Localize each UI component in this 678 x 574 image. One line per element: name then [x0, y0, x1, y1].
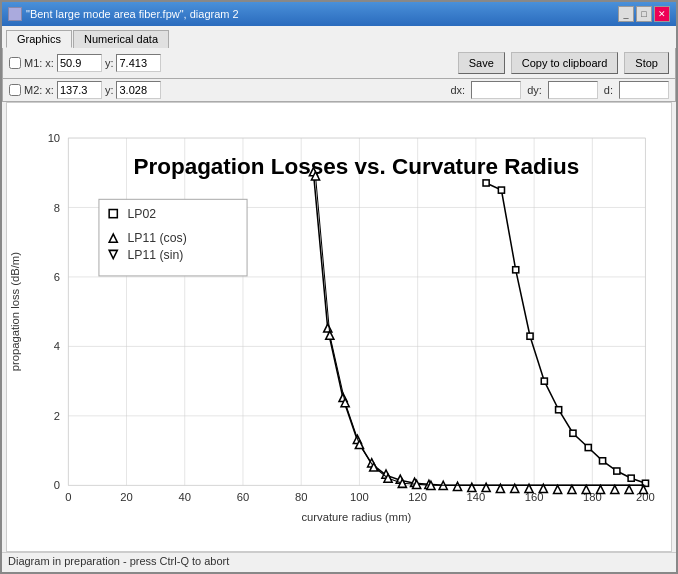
dx-field[interactable] [471, 81, 521, 99]
svg-rect-46 [599, 458, 605, 464]
tab-numerical-data[interactable]: Numerical data [73, 30, 169, 48]
dx-label: dx: [450, 84, 465, 96]
svg-text:140: 140 [467, 491, 486, 503]
svg-text:8: 8 [54, 202, 60, 214]
svg-text:80: 80 [295, 491, 307, 503]
m1-checkbox[interactable] [9, 57, 21, 69]
copy-button[interactable]: Copy to clipboard [511, 52, 619, 74]
maximize-button[interactable]: □ [636, 6, 652, 22]
svg-rect-40 [513, 267, 519, 273]
save-button[interactable]: Save [458, 52, 505, 74]
marker-m1-row: M1: x: y: [9, 54, 161, 72]
minimize-button[interactable]: _ [618, 6, 634, 22]
svg-marker-69 [582, 485, 590, 493]
svg-text:Propagation Losses vs. Curvatu: Propagation Losses vs. Curvature Radius [133, 154, 579, 179]
svg-text:60: 60 [237, 491, 249, 503]
svg-rect-38 [483, 180, 489, 186]
svg-text:10: 10 [48, 132, 60, 144]
svg-text:40: 40 [179, 491, 191, 503]
status-bar: Diagram in preparation - press Ctrl-Q to… [2, 552, 676, 572]
svg-marker-70 [596, 485, 604, 493]
title-bar-controls: _ □ ✕ [618, 6, 670, 22]
m1-y-label: y: [105, 57, 114, 69]
m2-checkbox[interactable] [9, 84, 21, 96]
svg-text:100: 100 [350, 491, 369, 503]
svg-text:6: 6 [54, 271, 60, 283]
dy-field[interactable] [548, 81, 598, 99]
dy-label: dy: [527, 84, 542, 96]
main-window: "Bent large mode area fiber.fpw", diagra… [0, 0, 678, 574]
marker-m2-row: M2: x: y: [9, 81, 161, 99]
svg-marker-71 [611, 485, 619, 493]
svg-rect-48 [628, 475, 634, 481]
svg-rect-84 [109, 210, 117, 218]
app-icon [8, 7, 22, 21]
d-field[interactable] [619, 81, 669, 99]
svg-marker-68 [568, 485, 576, 493]
m2-y-label: y: [105, 84, 114, 96]
svg-text:120: 120 [408, 491, 427, 503]
close-button[interactable]: ✕ [654, 6, 670, 22]
m1-label: M1: [24, 57, 42, 69]
m2-y-field[interactable] [116, 81, 161, 99]
svg-text:LP11 (cos): LP11 (cos) [128, 231, 187, 245]
chart-area[interactable]: 0 20 40 60 80 100 120 140 160 180 200 0 … [6, 102, 672, 552]
svg-rect-43 [556, 407, 562, 413]
svg-rect-45 [585, 444, 591, 450]
svg-text:2: 2 [54, 410, 60, 422]
svg-rect-42 [541, 378, 547, 384]
title-bar-left: "Bent large mode area fiber.fpw", diagra… [8, 7, 239, 21]
status-text: Diagram in preparation - press Ctrl-Q to… [8, 555, 229, 567]
svg-marker-72 [625, 485, 633, 493]
svg-text:0: 0 [54, 479, 60, 491]
svg-rect-44 [570, 430, 576, 436]
svg-text:LP02: LP02 [128, 207, 157, 221]
m1-y-field[interactable] [116, 54, 161, 72]
tab-graphics[interactable]: Graphics [6, 30, 72, 48]
svg-text:curvature radius (mm): curvature radius (mm) [302, 511, 412, 523]
m2-x-label: x: [45, 84, 54, 96]
svg-rect-41 [527, 333, 533, 339]
svg-text:0: 0 [65, 491, 71, 503]
d-label: d: [604, 84, 613, 96]
svg-text:20: 20 [120, 491, 132, 503]
tabs-bar: Graphics Numerical data [2, 26, 676, 48]
m2-x-field[interactable] [57, 81, 102, 99]
m1-x-field[interactable] [57, 54, 102, 72]
svg-marker-67 [554, 485, 562, 493]
title-bar: "Bent large mode area fiber.fpw", diagra… [2, 2, 676, 26]
stop-button[interactable]: Stop [624, 52, 669, 74]
window-title: "Bent large mode area fiber.fpw", diagra… [26, 8, 239, 20]
m1-x-label: x: [45, 57, 54, 69]
svg-text:propagation loss (dB/m): propagation loss (dB/m) [9, 252, 21, 371]
chart-svg: 0 20 40 60 80 100 120 140 160 180 200 0 … [7, 103, 671, 551]
m2-label: M2: [24, 84, 42, 96]
controls-bar: M1: x: y: Save Copy to clipboard Stop [2, 48, 676, 79]
svg-text:4: 4 [54, 340, 60, 352]
svg-rect-0 [68, 138, 645, 485]
svg-rect-47 [614, 468, 620, 474]
svg-text:LP11 (sin): LP11 (sin) [128, 248, 184, 262]
controls-bar-2: M2: x: y: dx: dy: d: [2, 79, 676, 102]
svg-rect-39 [498, 187, 504, 193]
